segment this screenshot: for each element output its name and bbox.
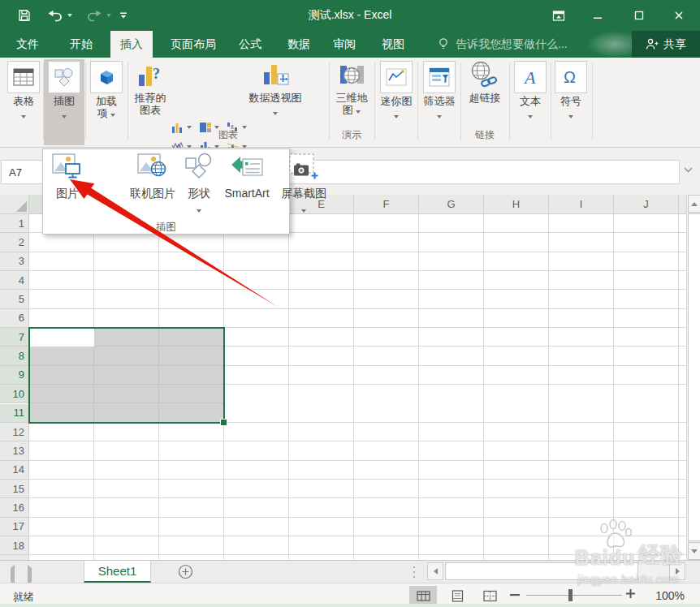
- text-caret[interactable]: [528, 115, 533, 118]
- zoom-slider-track[interactable]: [526, 595, 622, 596]
- symbols-label: 符号: [552, 95, 590, 107]
- illustrations-button[interactable]: 插图: [44, 59, 84, 145]
- scroll-right-button[interactable]: [669, 562, 685, 580]
- zoom-slider-thumb[interactable]: [568, 589, 573, 601]
- scroll-down-button[interactable]: [688, 542, 700, 560]
- row-header-8[interactable]: 8: [0, 347, 29, 365]
- shapes-label: 形状: [183, 187, 215, 201]
- zoom-in-button[interactable]: [625, 588, 636, 599]
- charts-group-label: 图表: [128, 128, 328, 142]
- pivot-chart-caret[interactable]: [273, 112, 278, 115]
- vertical-scrollbar[interactable]: [686, 195, 700, 560]
- horizontal-scroll-thumb[interactable]: [445, 562, 638, 580]
- row-header-12[interactable]: 12: [0, 423, 29, 441]
- page-layout-view-button[interactable]: [443, 586, 471, 605]
- status-mode: 就绪: [13, 590, 34, 605]
- menu-item-smartart[interactable]: SmartArt: [218, 153, 275, 200]
- add-sheet-button[interactable]: [178, 564, 193, 579]
- tab-insert[interactable]: 插入: [110, 31, 153, 58]
- column-header-K[interactable]: K: [679, 195, 686, 214]
- tab-home[interactable]: 开始: [60, 31, 102, 58]
- row-header-4[interactable]: 4: [0, 271, 29, 290]
- menu-item-pictures[interactable]: 图片: [50, 153, 85, 201]
- text-button[interactable]: A 文本: [512, 59, 549, 145]
- tab-review[interactable]: 审阅: [323, 31, 365, 58]
- tab-scrollbar-splitter[interactable]: [413, 566, 416, 579]
- scroll-left-button[interactable]: [427, 562, 443, 580]
- name-box[interactable]: A7: [1, 160, 48, 184]
- row-header-10[interactable]: 10: [0, 385, 29, 403]
- scroll-right-icon: [676, 568, 680, 575]
- row-header-11[interactable]: 11: [0, 404, 29, 423]
- row-header-18[interactable]: 18: [0, 536, 29, 555]
- column-header-H[interactable]: H: [484, 195, 549, 214]
- shapes-menu-caret[interactable]: [197, 209, 201, 213]
- tab-page-layout[interactable]: 页面布局: [161, 31, 226, 58]
- row-header-3[interactable]: 3: [0, 252, 29, 271]
- tables-button[interactable]: 表格: [5, 59, 42, 145]
- row-header-15[interactable]: 15: [0, 480, 29, 498]
- recommended-chart-icon: ?: [130, 59, 171, 92]
- formula-bar-expand-button[interactable]: [683, 166, 694, 174]
- tab-data[interactable]: 数据: [278, 31, 320, 58]
- row-header-5[interactable]: 5: [0, 290, 29, 308]
- select-all-button[interactable]: [0, 195, 29, 214]
- menu-item-online-pictures[interactable]: 联机图片: [127, 153, 178, 201]
- tours-group-label: 演示: [331, 128, 373, 142]
- symbols-caret[interactable]: [568, 115, 573, 118]
- maximize-button[interactable]: [625, 6, 653, 24]
- zoom-level[interactable]: 100%: [655, 589, 685, 602]
- share-button[interactable]: 共享: [632, 31, 700, 58]
- smartart-label: SmartArt: [218, 187, 275, 200]
- addins-label-line2: 项: [97, 107, 108, 119]
- sparklines-button[interactable]: 迷你图: [376, 59, 417, 145]
- sheet-nav-prev-button[interactable]: [11, 568, 15, 583]
- symbols-button[interactable]: Ω 符号: [552, 59, 590, 145]
- illustrations-caret[interactable]: [62, 115, 67, 118]
- row-header-16[interactable]: 16: [0, 498, 29, 517]
- row-header-13[interactable]: 13: [0, 441, 29, 460]
- vertical-scroll-thumb[interactable]: [688, 213, 700, 541]
- sheet-tab-sheet1[interactable]: Sheet1: [84, 561, 151, 583]
- row-header-14[interactable]: 14: [0, 461, 29, 480]
- slicers-caret[interactable]: [437, 115, 442, 118]
- row-header-9[interactable]: 9: [0, 366, 29, 385]
- normal-view-button[interactable]: [409, 586, 437, 605]
- row-header-1[interactable]: 1: [0, 214, 29, 233]
- tab-formulas[interactable]: 公式: [229, 31, 271, 58]
- row-header-6[interactable]: 6: [0, 309, 29, 328]
- zoom-out-button[interactable]: [510, 588, 523, 601]
- column-header-I[interactable]: I: [549, 195, 614, 214]
- menu-item-shapes[interactable]: 形状: [183, 153, 215, 216]
- row-header-17[interactable]: 17: [0, 518, 29, 536]
- slicer-icon: [423, 61, 456, 93]
- scroll-left-icon: [434, 568, 438, 575]
- addins-button[interactable]: 加载 项: [87, 59, 126, 145]
- sheet-nav-next-button[interactable]: [28, 568, 32, 583]
- sparklines-caret[interactable]: [394, 115, 399, 118]
- row-header-2[interactable]: 2: [0, 233, 29, 252]
- bottom-strip: [0, 604, 700, 607]
- slicers-button[interactable]: 筛选器: [419, 59, 460, 145]
- tell-me-box[interactable]: 告诉我您想要做什么...: [437, 31, 568, 58]
- fill-handle[interactable]: [220, 419, 227, 426]
- column-header-G[interactable]: G: [419, 195, 484, 214]
- horizontal-scrollbar[interactable]: [427, 562, 686, 581]
- minimize-button[interactable]: [584, 6, 611, 24]
- screenshot-menu-caret[interactable]: [301, 209, 306, 213]
- tables-caret[interactable]: [21, 115, 26, 118]
- tab-file[interactable]: 文件: [6, 31, 49, 58]
- omega-icon: Ω: [555, 61, 587, 93]
- ribbon-display-options-button[interactable]: [545, 6, 573, 24]
- map-caret[interactable]: [356, 110, 361, 114]
- scroll-up-button[interactable]: [688, 195, 700, 213]
- close-button[interactable]: [665, 6, 693, 24]
- addins-caret[interactable]: [110, 114, 115, 117]
- column-header-J[interactable]: J: [614, 195, 679, 214]
- tab-view[interactable]: 视图: [372, 31, 414, 58]
- menu-item-screenshot[interactable]: 屏幕截图: [277, 153, 331, 216]
- row-header-7[interactable]: 7: [0, 328, 29, 347]
- map-label-line1: 三维地: [331, 92, 372, 104]
- column-header-F[interactable]: F: [354, 195, 419, 214]
- page-break-view-button[interactable]: [476, 586, 503, 605]
